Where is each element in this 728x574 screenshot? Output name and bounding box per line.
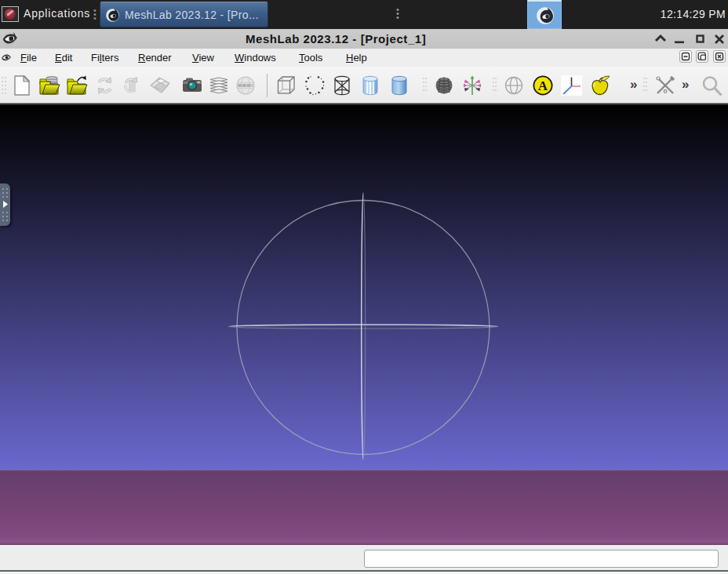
svg-text:»: »	[630, 77, 637, 92]
svg-text:»: »	[682, 77, 689, 92]
svg-text:A: A	[538, 78, 548, 93]
